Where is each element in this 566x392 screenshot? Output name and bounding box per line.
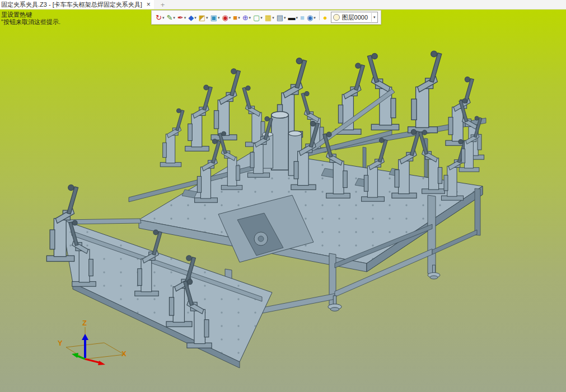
hint-line-2: "按钮来取消这些提示. xyxy=(1,18,60,26)
table-clamp-row xyxy=(195,111,482,202)
render-mode-icon: ◩ xyxy=(199,14,205,22)
dropdown-arrow-icon[interactable]: ▾ xyxy=(173,16,175,20)
fixture-assembly-model[interactable]: Z Y X xyxy=(0,10,566,392)
dropdown-arrow-icon[interactable]: ▾ xyxy=(314,16,316,20)
layer-visibility-bulb-icon: ● xyxy=(323,14,328,22)
background-color-icon-button[interactable]: ■ xyxy=(299,12,306,23)
document-tab-title: 固定夹系夹具.Z3 - [卡车车头框架总焊固定夹系夹具] xyxy=(1,1,142,9)
sketch-pencil-icon: ✎ xyxy=(166,14,172,22)
y-axis-label: Y xyxy=(58,339,63,347)
dropdown-arrow-icon[interactable]: ▾ xyxy=(218,16,220,20)
x-axis-arrow xyxy=(85,359,101,363)
x-axis-label: X xyxy=(121,350,127,358)
clamp-assembly xyxy=(211,69,240,140)
pin-icon: ✒ xyxy=(177,14,184,22)
dropdown-arrow-icon[interactable]: ▾ xyxy=(296,16,298,20)
compass-icon: ⊕ xyxy=(242,14,249,22)
work-plane-icon: ■ xyxy=(233,14,237,22)
section-wheel-icon: ◉ xyxy=(222,14,228,22)
cylinder-post xyxy=(272,111,289,170)
dropdown-arrow-icon[interactable]: ▾ xyxy=(238,16,240,20)
view-refresh-icon-button[interactable]: ↻▾ xyxy=(155,12,165,23)
dropdown-arrow-icon[interactable]: ▾ xyxy=(206,16,208,20)
dropdown-arrow-icon[interactable]: ▾ xyxy=(184,16,186,20)
view-refresh-icon: ↻ xyxy=(156,14,162,22)
line-width-icon-button[interactable]: ▬▾ xyxy=(287,12,300,23)
sketch-pencil-icon-button[interactable]: ✎▾ xyxy=(165,12,176,23)
background-color-icon: ■ xyxy=(300,14,305,22)
lens-icon: ◉ xyxy=(307,14,313,22)
layer-color-swatch-icon xyxy=(333,14,340,21)
shaded-display-icon: ◆ xyxy=(188,14,194,22)
grid-icon-button[interactable]: ▦▾ xyxy=(264,12,275,23)
display-settings-icon: ▤ xyxy=(277,14,283,22)
coordinate-triad: Z Y X xyxy=(58,319,127,365)
layer-selector[interactable]: 图层0000 ▾ xyxy=(331,12,378,23)
dropdown-arrow-icon[interactable]: ▾ xyxy=(249,16,251,20)
render-mode-icon-button[interactable]: ◩▾ xyxy=(198,12,209,23)
pin-icon-button[interactable]: ✒▾ xyxy=(176,12,187,23)
dropdown-arrow-icon[interactable]: ▾ xyxy=(162,16,165,20)
viewport-frame-icon-button[interactable]: ▢▾ xyxy=(252,12,264,23)
hint-line-1: 里设置热键 xyxy=(1,11,60,18)
clamp-assembly xyxy=(185,85,212,151)
lens-icon-button[interactable]: ◉▾ xyxy=(306,12,317,23)
clamp-assembly xyxy=(160,108,184,167)
grid-icon: ▦ xyxy=(265,14,272,22)
shaded-display-icon-button[interactable]: ◆▾ xyxy=(187,12,198,23)
section-wheel-icon-button[interactable]: ◉▾ xyxy=(221,12,232,23)
dropdown-arrow-icon[interactable]: ▾ xyxy=(194,16,197,20)
y-axis-arrowhead-icon xyxy=(72,353,78,358)
document-tab[interactable]: 固定夹系夹具.Z3 - [卡车车头框架总焊固定夹系夹具] × xyxy=(0,0,154,9)
line-width-icon: ▬ xyxy=(288,14,296,22)
dropdown-arrow-icon[interactable]: ▾ xyxy=(272,16,274,20)
z-axis-arrowhead-icon xyxy=(82,334,88,340)
clamp-assembly xyxy=(408,51,442,133)
viewport-frame-icon: ▢ xyxy=(253,14,260,22)
hint-text: 里设置热键 "按钮来取消这些提示. xyxy=(1,11,60,26)
z-axis-label: Z xyxy=(82,319,87,327)
dropdown-arrow-icon[interactable]: ▾ xyxy=(260,16,263,20)
work-plane-icon-button[interactable]: ■▾ xyxy=(232,12,241,23)
multi-view-icon-button[interactable]: ▣▾ xyxy=(209,12,221,23)
x-axis-arrowhead-icon xyxy=(98,361,105,365)
cad-application-window: 固定夹系夹具.Z3 - [卡车车头框架总焊固定夹系夹具] × + 里设置热键 "… xyxy=(0,0,566,392)
new-tab-button[interactable]: + xyxy=(161,1,165,8)
compass-icon-button[interactable]: ⊕▾ xyxy=(241,12,252,23)
tab-close-icon[interactable]: × xyxy=(147,1,151,8)
multi-view-icon: ▣ xyxy=(211,14,217,22)
layer-name: 图层0000 xyxy=(342,13,368,22)
display-settings-icon-button[interactable]: ▤▾ xyxy=(275,12,287,23)
3d-viewport[interactable]: 里设置热键 "按钮来取消这些提示. ↻▾✎▾✒▾◆▾◩▾▣▾◉▾■▾⊕▾▢▾▦▾… xyxy=(0,10,566,392)
toolbar-separator xyxy=(319,11,320,20)
view-toolbar-icons: ↻▾✎▾✒▾◆▾◩▾▣▾◉▾■▾⊕▾▢▾▦▾▤▾▬▾■◉▾● xyxy=(155,11,329,23)
layer-visibility-bulb-icon-button[interactable]: ● xyxy=(322,12,329,23)
document-tab-bar: 固定夹系夹具.Z3 - [卡车车头框架总焊固定夹系夹具] × + xyxy=(0,0,566,10)
layer-dropdown-arrow-icon[interactable]: ▾ xyxy=(371,13,377,22)
view-toolbar: ↻▾✎▾✒▾◆▾◩▾▣▾◉▾■▾⊕▾▢▾▦▾▤▾▬▾■◉▾● 图层0000 ▾ xyxy=(151,10,381,25)
dropdown-arrow-icon[interactable]: ▾ xyxy=(284,16,286,20)
dropdown-arrow-icon[interactable]: ▾ xyxy=(229,16,231,20)
